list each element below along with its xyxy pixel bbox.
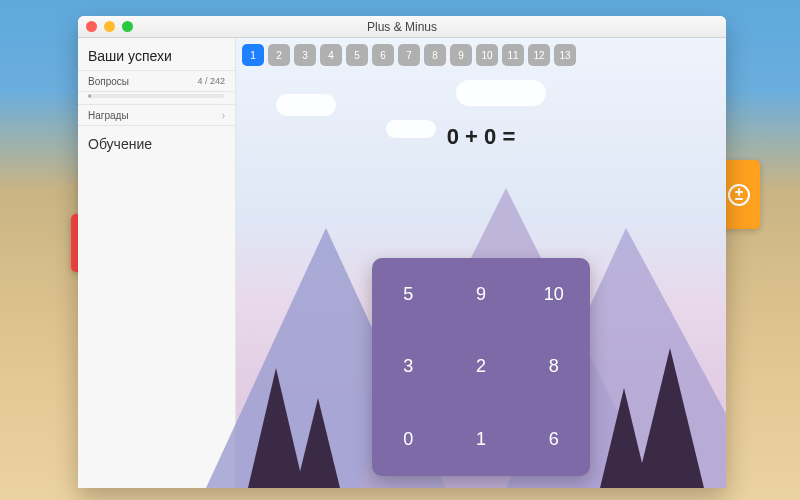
learning-heading: Обучение <box>78 126 235 158</box>
question-tab-11[interactable]: 11 <box>502 44 524 66</box>
questions-progress <box>88 94 225 98</box>
question-tab-13[interactable]: 13 <box>554 44 576 66</box>
answer-8[interactable]: 8 <box>517 331 590 404</box>
questions-counter: 4 / 242 <box>197 76 225 86</box>
question-tab-3[interactable]: 3 <box>294 44 316 66</box>
chevron-right-icon: › <box>222 110 225 121</box>
question-tab-7[interactable]: 7 <box>398 44 420 66</box>
question-tab-5[interactable]: 5 <box>346 44 368 66</box>
close-icon[interactable] <box>86 21 97 32</box>
questions-row[interactable]: Вопросы 4 / 242 <box>78 70 235 92</box>
equation-text: 0 + 0 = <box>236 124 726 150</box>
awards-label: Награды <box>88 110 129 121</box>
question-tabs: 12345678910111213 <box>242 44 720 66</box>
answer-5[interactable]: 5 <box>372 258 445 331</box>
question-tab-4[interactable]: 4 <box>320 44 342 66</box>
answer-10[interactable]: 10 <box>517 258 590 331</box>
questions-label: Вопросы <box>88 76 129 87</box>
window-title: Plus & Minus <box>78 20 726 34</box>
question-tab-12[interactable]: 12 <box>528 44 550 66</box>
answer-2[interactable]: 2 <box>445 331 518 404</box>
question-tab-9[interactable]: 9 <box>450 44 472 66</box>
question-tab-10[interactable]: 10 <box>476 44 498 66</box>
answer-0[interactable]: 0 <box>372 403 445 476</box>
progress-heading: Ваши успехи <box>78 42 235 70</box>
answer-9[interactable]: 9 <box>445 258 518 331</box>
answer-grid: 5910328016 <box>372 258 590 476</box>
awards-row[interactable]: Награды › <box>78 104 235 126</box>
question-tab-6[interactable]: 6 <box>372 44 394 66</box>
plusminus-icon <box>726 182 752 208</box>
answer-1[interactable]: 1 <box>445 403 518 476</box>
question-tab-2[interactable]: 2 <box>268 44 290 66</box>
minimize-icon[interactable] <box>104 21 115 32</box>
answer-6[interactable]: 6 <box>517 403 590 476</box>
question-tab-1[interactable]: 1 <box>242 44 264 66</box>
zoom-icon[interactable] <box>122 21 133 32</box>
answer-3[interactable]: 3 <box>372 331 445 404</box>
titlebar: Plus & Minus <box>78 16 726 38</box>
app-window: Plus & Minus Ваши успехи Вопросы 4 / 242… <box>78 16 726 488</box>
quiz-area: 12345678910111213 0 + 0 = 5910328016 <box>236 38 726 488</box>
question-tab-8[interactable]: 8 <box>424 44 446 66</box>
